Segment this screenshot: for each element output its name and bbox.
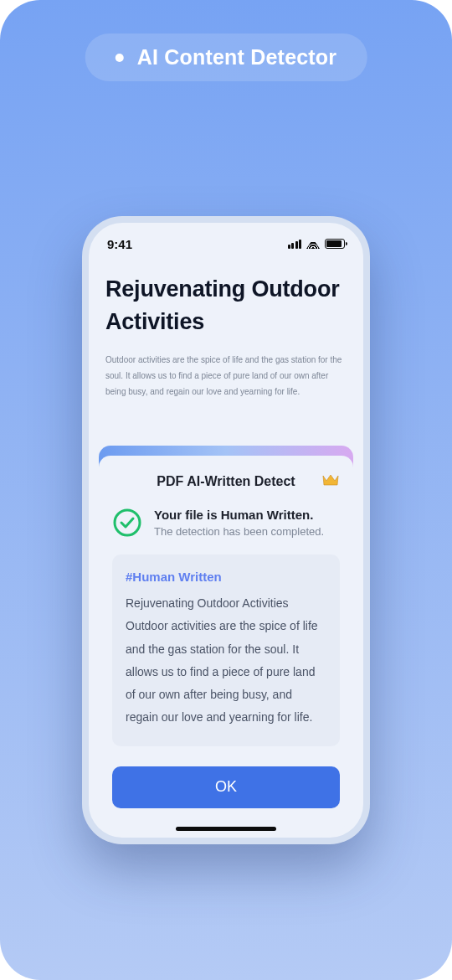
check-circle-icon (112, 508, 142, 538)
feature-badge-label: AI Content Detector (137, 45, 337, 70)
wifi-icon (306, 239, 320, 249)
excerpt-text: Rejuvenating Outdoor Activities Outdoor … (126, 592, 326, 730)
home-indicator (176, 827, 276, 831)
status-icons (288, 239, 346, 249)
excerpt-card: #Human Written Rejuvenating Outdoor Acti… (112, 554, 340, 746)
promo-canvas: AI Content Detector 9:41 Rejuvenating Ou… (0, 0, 452, 980)
ok-button[interactable]: OK (112, 766, 340, 808)
feature-badge: AI Content Detector (85, 34, 367, 81)
document-preview: Rejuvenating Outdoor Activities Outdoor … (89, 256, 363, 400)
phone-frame: 9:41 Rejuvenating Outdoor Activities Out… (82, 216, 370, 844)
cellular-signal-icon (288, 240, 302, 249)
result-subtext: The detection has been completed. (154, 525, 324, 538)
result-row: Your file is Human Written. The detectio… (112, 508, 340, 538)
battery-icon (325, 239, 345, 249)
result-heading: Your file is Human Written. (154, 508, 324, 522)
badge-dot-icon (116, 54, 124, 62)
status-time: 9:41 (107, 237, 132, 251)
result-text-block: Your file is Human Written. The detectio… (154, 508, 324, 538)
phone-screen: 9:41 Rejuvenating Outdoor Activities Out… (89, 223, 363, 838)
classification-tag: #Human Written (126, 570, 326, 584)
document-title: Rejuvenating Outdoor Activities (105, 273, 347, 338)
sheet-title: PDF AI-Written Detect (157, 474, 295, 488)
sheet-header: PDF AI-Written Detect (112, 474, 340, 489)
detection-sheet: PDF AI-Written Detect (99, 456, 353, 838)
crown-icon (321, 472, 340, 491)
document-body: Outdoor activities are the spice of life… (105, 352, 347, 400)
svg-point-0 (115, 510, 140, 535)
status-bar: 9:41 (89, 223, 363, 256)
